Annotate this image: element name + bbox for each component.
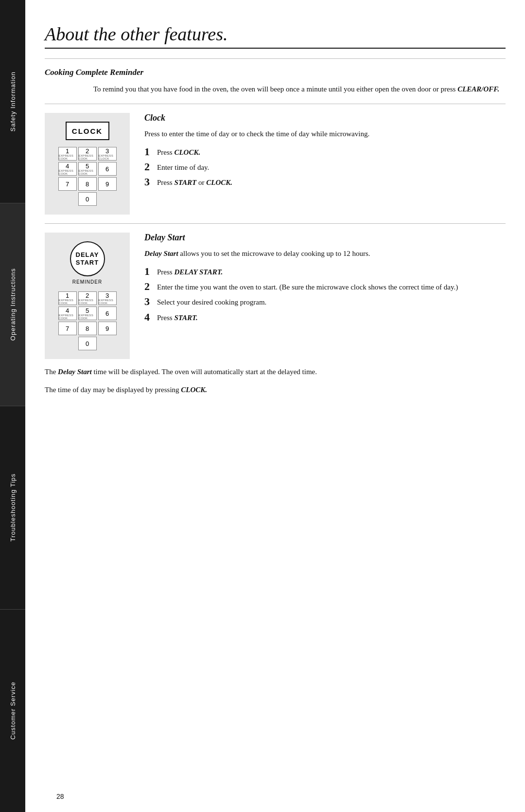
- key-0: 0: [78, 192, 97, 206]
- title-divider: [45, 48, 506, 49]
- delay-steps: 1 Press DELAY START. 2 Enter the time yo…: [144, 266, 506, 324]
- delay-step-2: 2 Enter the time you want the oven to st…: [144, 281, 506, 293]
- clock-step-3: 3 Press START or CLOCK.: [144, 176, 506, 188]
- clock-steps: 1 Press CLOCK. 2 Enter time of day. 3 Pr…: [144, 146, 506, 189]
- delay-keypad-grid: 1EXPRESS COOK 2EXPRESS COOK 3EXPRESS COO…: [58, 291, 117, 350]
- thin-rule-clock: [45, 104, 506, 104]
- delay-footer-2: The time of day may be displayed by pres…: [45, 384, 506, 396]
- delay-key-4: 4EXPRESS COOK: [58, 307, 77, 320]
- delay-instructions: Delay Start Delay Start allows you to se…: [144, 233, 506, 359]
- clock-section: CLOCK 1EXPRESS COOK 2EXPRESS COOK 3EXPRE…: [45, 113, 506, 215]
- cooking-complete-body: To remind you that you have food in the …: [93, 83, 506, 95]
- sidebar-section-operating: Operating Instructions: [0, 203, 25, 407]
- clock-desc: Press to enter the time of day or to che…: [144, 128, 506, 140]
- clock-step-1: 1 Press CLOCK.: [144, 146, 506, 158]
- delay-key-row-2: 4EXPRESS COOK 5EXPRESS COOK 6: [58, 307, 117, 320]
- delay-footer-1: The Delay Start time will be displayed. …: [45, 366, 506, 378]
- sidebar-label-safety: Safety Information: [9, 72, 17, 132]
- clock-keypad-grid: 1EXPRESS COOK 2EXPRESS COOK 3EXPRESS CLO…: [58, 147, 117, 206]
- thin-rule-top: [45, 58, 506, 59]
- cooking-complete-section: Cooking Complete Reminder To remind you …: [45, 68, 506, 95]
- delay-key-2: 2EXPRESS COOK: [78, 291, 97, 305]
- delay-key-row-1: 1EXPRESS COOK 2EXPRESS COOK 3EXPRESS COO…: [58, 291, 117, 305]
- key-6: 6: [98, 162, 117, 176]
- key-8: 8: [78, 177, 97, 191]
- reminder-label: REMINDER: [72, 279, 102, 285]
- delay-key-6: 6: [98, 307, 117, 320]
- delay-step-4: 4 Press START.: [144, 311, 506, 324]
- clock-keypad: CLOCK 1EXPRESS COOK 2EXPRESS COOK 3EXPRE…: [45, 113, 130, 215]
- sidebar-label-operating: Operating Instructions: [9, 268, 17, 341]
- clock-key-row-1: 1EXPRESS COOK 2EXPRESS COOK 3EXPRESS CLO…: [58, 147, 117, 161]
- delay-start-button: DELAY START: [70, 241, 105, 276]
- key-9: 9: [98, 177, 117, 191]
- key-3: 3EXPRESS CLOCK: [98, 147, 117, 161]
- delay-button-wrapper: DELAY START REMINDER: [70, 241, 105, 285]
- clock-button: CLOCK: [66, 122, 109, 140]
- delay-key-1: 1EXPRESS COOK: [58, 291, 77, 305]
- delay-step-1: 1 Press DELAY START.: [144, 266, 506, 278]
- thin-rule-delay: [45, 223, 506, 224]
- key-2: 2EXPRESS COOK: [78, 147, 97, 161]
- sidebar-label-troubleshooting: Troubleshooting Tips: [9, 473, 17, 541]
- sidebar-section-customer: Customer Service: [0, 610, 25, 812]
- delay-key-3: 3EXPRESS COOK: [98, 291, 117, 305]
- clock-key-row-0: 0: [58, 192, 117, 206]
- key-7: 7: [58, 177, 77, 191]
- delay-key-row-3: 7 8 9: [58, 322, 117, 335]
- sidebar: Safety Information Operating Instruction…: [0, 0, 25, 812]
- sidebar-section-safety: Safety Information: [0, 0, 25, 203]
- delay-key-0: 0: [78, 337, 97, 350]
- key-5: 5EXPRESS COOK: [78, 162, 97, 176]
- main-content: About the other features. Cooking Comple…: [25, 0, 525, 812]
- page-number: 28: [56, 793, 64, 800]
- delay-step-3: 3 Select your desired cooking program.: [144, 296, 506, 308]
- clock-heading: Clock: [144, 113, 506, 123]
- key-4: 4EXPRESS COOK: [58, 162, 77, 176]
- clock-key-row-3: 7 8 9: [58, 177, 117, 191]
- delay-key-9: 9: [98, 322, 117, 335]
- sidebar-section-troubleshooting: Troubleshooting Tips: [0, 406, 25, 610]
- delay-key-5: 5EXPRESS COOK: [78, 307, 97, 320]
- delay-start-section: DELAY START REMINDER 1EXPRESS COOK 2EXPR…: [45, 233, 506, 359]
- delay-keypad: DELAY START REMINDER 1EXPRESS COOK 2EXPR…: [45, 233, 130, 359]
- cooking-complete-heading: Cooking Complete Reminder: [45, 68, 506, 77]
- key-1: 1EXPRESS COOK: [58, 147, 77, 161]
- clock-instructions: Clock Press to enter the time of day or …: [144, 113, 506, 215]
- delay-heading: Delay Start: [144, 233, 506, 243]
- delay-desc: Delay Start allows you to set the microw…: [144, 248, 506, 260]
- clock-key-row-2: 4EXPRESS COOK 5EXPRESS COOK 6: [58, 162, 117, 176]
- sidebar-label-customer: Customer Service: [9, 682, 17, 740]
- delay-key-row-0: 0: [58, 337, 117, 350]
- page-title: About the other features.: [45, 23, 506, 45]
- clock-step-2: 2 Enter time of day.: [144, 161, 506, 173]
- delay-key-7: 7: [58, 322, 77, 335]
- delay-key-8: 8: [78, 322, 97, 335]
